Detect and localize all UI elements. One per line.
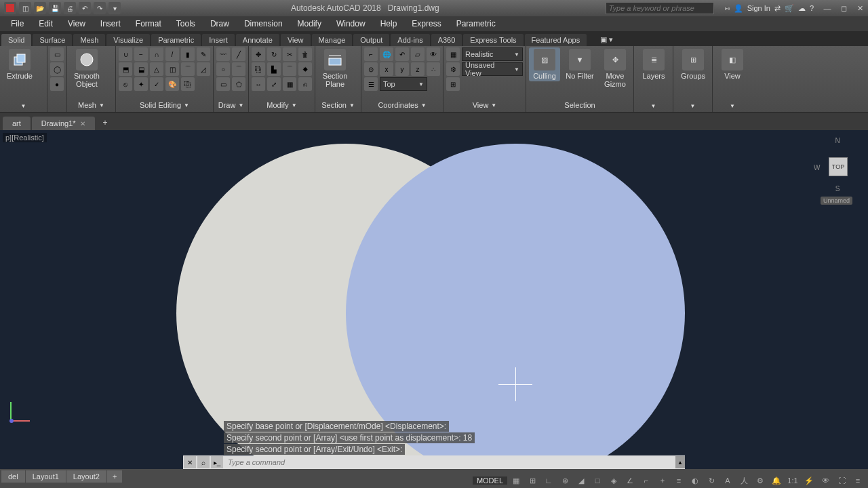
cmdline-recent-icon[interactable]: ⌕ xyxy=(197,456,210,468)
solid-circle-blue[interactable] xyxy=(346,144,685,469)
ribtab-output[interactable]: Output xyxy=(353,34,389,46)
panel-mesh-label[interactable]: Mesh ▼ xyxy=(70,100,113,110)
panel-draw-label[interactable]: Draw ▼ xyxy=(216,100,245,110)
check-icon[interactable]: ✓ xyxy=(150,77,163,91)
explode-icon[interactable]: ✸ xyxy=(298,62,312,76)
move-icon[interactable]: ✥ xyxy=(252,47,265,61)
viewport-label[interactable]: p][Realistic] xyxy=(3,133,47,142)
stretch-icon[interactable]: ↔ xyxy=(252,77,265,91)
view-nav-icon[interactable]: ⊞ xyxy=(446,77,460,91)
move-gizmo-button[interactable]: ✥Move Gizmo xyxy=(599,47,631,89)
lineweight-icon[interactable]: ≡ xyxy=(671,474,686,487)
ribtab-annotate[interactable]: Annotate xyxy=(236,34,279,46)
panel-groups-expand[interactable]: ▼ xyxy=(676,102,709,110)
tab-drawing1[interactable]: Drawing1*✕ xyxy=(32,117,95,130)
viewcube-ucs-menu[interactable]: Unnamed xyxy=(821,197,852,205)
user-icon[interactable]: 👤 xyxy=(734,4,743,13)
ucs-origin-icon[interactable]: ⊙ xyxy=(364,62,378,76)
ucs-view-icon[interactable]: 👁 xyxy=(427,47,440,61)
app-menu-icon[interactable] xyxy=(4,2,16,14)
isolate-icon[interactable]: 👁 xyxy=(818,474,833,487)
extrude-button[interactable]: Extrude xyxy=(3,47,37,81)
ribtab-a360[interactable]: A360 xyxy=(431,34,462,46)
panel-modify-label[interactable]: Modify ▼ xyxy=(252,100,312,110)
ribtab-addins[interactable]: Add-ins xyxy=(391,34,429,46)
a360-icon[interactable]: ☁ xyxy=(798,4,806,13)
copy-face-icon[interactable]: ⿻ xyxy=(181,77,195,91)
circle-icon[interactable]: ○ xyxy=(216,62,230,76)
culling-button[interactable]: ▨Culling xyxy=(529,47,560,81)
ortho-toggle-icon[interactable]: ∟ xyxy=(541,474,556,487)
cmdline-expand-icon[interactable]: ▲ xyxy=(675,456,685,468)
visual-style-icon[interactable]: ▦ xyxy=(446,47,460,61)
ucs-x-icon[interactable]: x xyxy=(380,62,393,76)
taper-face-icon[interactable]: △ xyxy=(150,62,163,76)
open-icon[interactable]: 📂 xyxy=(34,2,46,14)
sign-in-link[interactable]: Sign In xyxy=(747,4,770,12)
panel-coordinates-label[interactable]: Coordinates ▼ xyxy=(364,100,440,110)
ucs-world-icon[interactable]: 🌐 xyxy=(380,47,393,61)
osnap-toggle-icon[interactable]: □ xyxy=(590,474,605,487)
model-space-toggle[interactable]: MODEL xyxy=(473,476,507,485)
ribtab-parametric[interactable]: Parametric xyxy=(151,34,201,46)
ucs-combo[interactable]: Top▼ xyxy=(380,77,427,91)
panel-solidediting-label[interactable]: Solid Editing ▼ xyxy=(119,100,210,110)
rectangle-icon[interactable]: ▭ xyxy=(216,77,230,91)
layers-button[interactable]: ≣Layers xyxy=(637,47,671,81)
ucs-3pt-icon[interactable]: ∴ xyxy=(427,62,440,76)
cylinder-icon[interactable]: ◯ xyxy=(50,62,64,76)
erase-icon[interactable]: 🗑 xyxy=(298,47,312,61)
menu-dimension[interactable]: Dimension xyxy=(237,18,290,30)
close-button[interactable]: ✕ xyxy=(852,2,868,14)
visual-style-combo[interactable]: Realistic▼ xyxy=(462,47,523,61)
help-search-input[interactable] xyxy=(606,2,714,14)
ribtab-visualize[interactable]: Visualize xyxy=(106,34,150,46)
otrack-toggle-icon[interactable]: ∠ xyxy=(623,474,637,487)
panel-modeling-label[interactable]: ▼ xyxy=(3,102,44,110)
section-plane-button[interactable]: Section Plane xyxy=(318,47,352,89)
viewcube-w[interactable]: W xyxy=(814,164,820,171)
ucs-face-icon[interactable]: ▱ xyxy=(411,47,425,61)
hardware-accel-icon[interactable]: ⚡ xyxy=(802,474,816,487)
qat-dropdown-icon[interactable]: ▾ xyxy=(108,2,121,14)
isodraft-toggle-icon[interactable]: ◢ xyxy=(574,474,589,487)
rotate-icon[interactable]: ↻ xyxy=(267,47,281,61)
polar-toggle-icon[interactable]: ⊛ xyxy=(557,474,572,487)
ucs-z-icon[interactable]: z xyxy=(411,62,425,76)
ribtab-view[interactable]: View xyxy=(281,34,311,46)
annoscale-icon[interactable]: 人 xyxy=(736,474,751,487)
customize-icon[interactable]: ≡ xyxy=(850,474,865,487)
command-input[interactable] xyxy=(224,458,675,466)
ucs-y-icon[interactable]: y xyxy=(395,62,409,76)
view-manager-icon[interactable]: ⚙ xyxy=(446,62,460,76)
polygon-icon[interactable]: ⬠ xyxy=(232,77,245,91)
new-tab-button[interactable]: + xyxy=(96,115,115,130)
cmdline-close-icon[interactable]: ✕ xyxy=(184,456,196,468)
snap-toggle-icon[interactable]: ⊞ xyxy=(525,474,540,487)
sphere-icon[interactable]: ● xyxy=(50,77,64,91)
array-icon[interactable]: ▦ xyxy=(283,77,296,91)
imprint-icon[interactable]: ✎ xyxy=(197,47,210,61)
menu-help[interactable]: Help xyxy=(374,18,404,30)
union-icon[interactable]: ∪ xyxy=(119,47,132,61)
menu-format[interactable]: Format xyxy=(129,18,168,30)
groups-button[interactable]: ⊞Groups xyxy=(676,47,710,81)
ribtab-featured[interactable]: Featured Apps xyxy=(525,34,587,46)
redo-icon[interactable]: ↷ xyxy=(94,2,106,14)
units-icon[interactable]: 1:1 xyxy=(785,474,800,487)
cart-icon[interactable]: 🛒 xyxy=(785,4,794,13)
polyline-icon[interactable]: 〰 xyxy=(216,47,230,61)
slice-icon[interactable]: / xyxy=(165,47,179,61)
ribtab-solid[interactable]: Solid xyxy=(1,34,31,46)
menu-modify[interactable]: Modify xyxy=(291,18,328,30)
plot-icon[interactable]: 🖨 xyxy=(64,2,76,14)
cleanscreen-icon[interactable]: ⛶ xyxy=(834,474,849,487)
viewcube-top-face[interactable]: TOP xyxy=(829,157,848,176)
panel-layers-expand[interactable]: ▼ xyxy=(637,102,670,110)
subtract-icon[interactable]: − xyxy=(134,47,148,61)
clean-icon[interactable]: ✦ xyxy=(134,77,148,91)
minimize-button[interactable]: — xyxy=(819,2,835,14)
fillet-edge-icon[interactable]: ⌒ xyxy=(181,62,195,76)
separate-icon[interactable]: ⎋ xyxy=(119,77,132,91)
view-button[interactable]: ◧View xyxy=(715,47,749,81)
